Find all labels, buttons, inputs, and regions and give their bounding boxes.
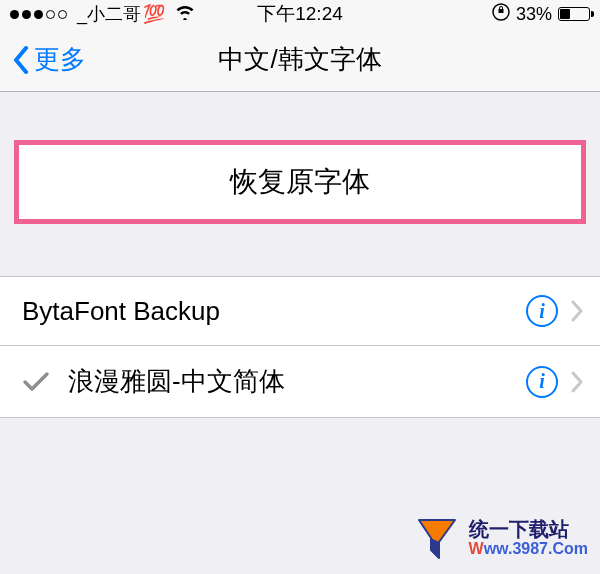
status-left: _小二哥 💯 — [10, 2, 195, 26]
status-right: 33% — [492, 3, 590, 26]
font-name-label: BytaFont Backup — [22, 296, 526, 327]
checkmark-icon — [22, 371, 50, 393]
back-button[interactable]: 更多 — [12, 42, 86, 77]
font-row-bytafont-backup[interactable]: BytaFont Backup i — [0, 277, 600, 346]
signal-strength — [10, 10, 67, 19]
watermark-logo-icon — [413, 514, 461, 562]
info-button[interactable]: i — [526, 295, 558, 327]
watermark-url: Www.3987.Com — [469, 540, 588, 558]
orientation-lock-icon — [492, 3, 510, 26]
watermark-title: 统一下载站 — [469, 518, 588, 540]
font-row-langman[interactable]: 浪漫雅圆-中文简体 i — [0, 346, 600, 417]
status-time: 下午12:24 — [257, 1, 343, 27]
wifi-icon — [175, 4, 195, 25]
nav-bar: 更多 中文/韩文字体 — [0, 28, 600, 92]
chevron-left-icon — [12, 46, 30, 74]
font-list: BytaFont Backup i 浪漫雅圆-中文简体 i — [0, 276, 600, 418]
status-bar: _小二哥 💯 下午12:24 33% — [0, 0, 600, 28]
page-title: 中文/韩文字体 — [218, 42, 381, 77]
info-button[interactable]: i — [526, 366, 558, 398]
watermark: 统一下载站 Www.3987.Com — [413, 514, 588, 562]
carrier-emoji: 💯 — [143, 3, 165, 25]
selected-indicator — [22, 371, 68, 393]
chevron-right-icon — [570, 371, 584, 393]
content: 恢复原字体 BytaFont Backup i 浪漫雅圆-中文简体 i — [0, 92, 600, 418]
back-label: 更多 — [34, 42, 86, 77]
battery-percent: 33% — [516, 4, 552, 25]
font-name-label: 浪漫雅圆-中文简体 — [68, 364, 526, 399]
restore-font-button[interactable]: 恢复原字体 — [14, 140, 586, 224]
battery-icon — [558, 7, 590, 21]
carrier-name: _小二哥 — [77, 2, 141, 26]
chevron-right-icon — [570, 300, 584, 322]
